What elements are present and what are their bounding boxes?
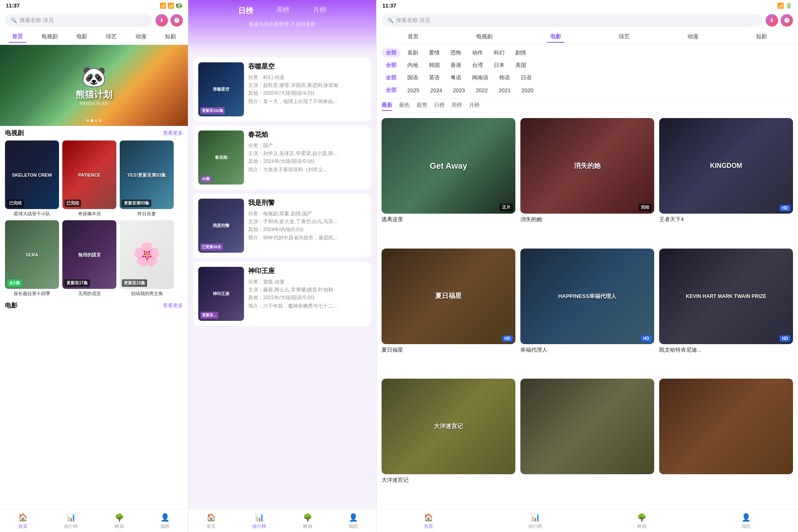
sort-tab-best[interactable]: 最赞 <box>416 100 427 111</box>
sort-tab-weekly[interactable]: 周榜 <box>451 100 462 111</box>
movies-nav-home[interactable]: 🏠 首页 <box>424 513 433 530</box>
sort-tab-daily[interactable]: 日榜 <box>434 100 445 111</box>
filter-year-2023[interactable]: 2023 <box>449 86 469 95</box>
filter-type-action[interactable]: 动作 <box>468 48 487 58</box>
rank-tab-monthly[interactable]: 月榜 <box>310 4 330 17</box>
clock-icon[interactable]: 🕐 <box>170 14 183 27</box>
show-card-6[interactable]: 🌸 更新至15集 别动我的男主角 <box>120 220 174 297</box>
movies-clock-icon[interactable]: 🕐 <box>781 14 793 27</box>
home-nav-profile[interactable]: 👤 我的 <box>160 513 170 530</box>
movie-card-1[interactable]: Get Away 正片 逃离这里 <box>382 118 515 244</box>
rank-nav-profile[interactable]: 👤 我的 <box>349 513 358 530</box>
movies-tab-anime[interactable]: 动漫 <box>684 31 702 43</box>
rank-item-1[interactable]: 吞噬星空 更新至152集 吞噬星空 分类：科幻,动漫 主演：赵乾景,谢莹,宋国庆… <box>193 57 371 121</box>
filter-type-romance[interactable]: 爱情 <box>425 48 444 58</box>
home-nav-rank[interactable]: 📊 排行榜 <box>64 513 78 530</box>
movie-card-9[interactable] <box>659 379 793 504</box>
filter-lang-japanese[interactable]: 日语 <box>517 73 536 83</box>
filter-lang-cantonese[interactable]: 粤语 <box>446 73 466 83</box>
filter-lang-minnan[interactable]: 闽南语 <box>468 73 493 83</box>
movie-card-2[interactable]: 消失的她 完结 消失的她 <box>520 118 654 244</box>
movies-tab-tv[interactable]: 电视剧 <box>473 31 496 43</box>
movie-card-8[interactable] <box>520 379 654 504</box>
tab-variety[interactable]: 综艺 <box>103 31 120 43</box>
show-card-4[interactable]: VERA 全2集 探长薇拉第十四季 <box>5 220 59 297</box>
filter-region-taiwan[interactable]: 台湾 <box>468 60 487 70</box>
movie-card-6[interactable]: KEVIN HART MARK TWAIN PRIZE HD 凯文哈特肯尼迪..… <box>659 249 793 374</box>
sort-tab-monthly[interactable]: 月榜 <box>469 100 480 111</box>
hero-banner[interactable]: 🐼 熊猫计划 PANDA PLAN <box>0 45 188 126</box>
filter-type-drama[interactable]: 剧情 <box>511 48 530 58</box>
movie-section-more[interactable]: 查看更多 <box>163 302 183 309</box>
filter-region-korea[interactable]: 韩国 <box>425 60 444 70</box>
filter-lang-korean[interactable]: 韩语 <box>495 73 514 83</box>
rank-item-2[interactable]: 春花焰 32集 春花焰 分类：国产 主演：刘学义,吴谨言,毕雯珺,赵小棠,陈..… <box>193 126 371 190</box>
movies-history-icon[interactable]: ⬇ <box>766 14 778 27</box>
filter-type-horror[interactable]: 恐怖 <box>446 48 466 58</box>
movies-nav-tree[interactable]: 🌳 树洞 <box>637 513 646 530</box>
filter-region-japan[interactable]: 日本 <box>490 60 509 70</box>
time-movies: 11:37 <box>382 2 396 9</box>
tab-home[interactable]: 首页 <box>9 31 26 43</box>
sort-tab-newest[interactable]: 最新 <box>382 100 392 111</box>
show-card-1[interactable]: SKELETON CREW 已完结 星球大战骨干小队 <box>5 140 59 217</box>
movie-card-5[interactable]: HAPPINESS幸福代理人 HD 幸福代理人 <box>520 249 654 374</box>
rank-nav-home[interactable]: 🏠 首页 <box>207 513 216 530</box>
rank-nav-rank[interactable]: 📊 排行榜 <box>252 513 266 530</box>
rank-nav-tree[interactable]: 🌳 树洞 <box>303 513 312 530</box>
tab-movie[interactable]: 电影 <box>73 31 91 43</box>
movie-card-3[interactable]: KINGDOM HD 王者天下4 <box>659 118 793 244</box>
movies-tab-variety[interactable]: 综艺 <box>616 31 633 43</box>
search-input-home[interactable]: 🔍 搜索名称 演员 <box>5 14 152 27</box>
rank-meta-2: 分类：国产 主演：刘学义,吴谨言,毕雯珺,赵小棠,陈... 其他：2024年/大… <box>248 142 366 174</box>
rank-tab-daily[interactable]: 日榜 <box>235 4 256 17</box>
filter-region-all[interactable]: 全部 <box>382 60 401 70</box>
movies-nav-profile[interactable]: 👤 我的 <box>741 513 751 530</box>
filter-year-all[interactable]: 全部 <box>382 85 401 95</box>
filter-year-2024[interactable]: 2024 <box>426 86 446 95</box>
movies-tab-movie[interactable]: 电影 <box>547 31 564 43</box>
filter-region-hk[interactable]: 香港 <box>446 60 466 70</box>
home-nav-tree[interactable]: 🌳 树洞 <box>115 513 124 530</box>
filter-lang-all[interactable]: 全部 <box>382 73 401 83</box>
search-input-movies[interactable]: 🔍 搜索名称 演员 <box>382 14 762 27</box>
movie-text-3: KINGDOM <box>710 162 742 170</box>
tab-tv[interactable]: 电视剧 <box>38 31 61 43</box>
movie-text-2: 消失的她 <box>574 162 601 170</box>
filter-year-2020[interactable]: 2020 <box>517 86 538 95</box>
rankings-panel: 11:37 📶 🔋 日榜 周榜 月榜 根据当前热度整理 不定时更新 吞噬星空 更… <box>188 0 377 532</box>
movie-card-4[interactable]: 夏日福星 HD 夏日福星 <box>382 249 515 374</box>
filter-year-2021[interactable]: 2021 <box>495 86 515 95</box>
sort-tab-hottest[interactable]: 最热 <box>399 100 410 111</box>
show-thumb-4: VERA 全2集 <box>5 220 59 289</box>
filter-lang-english[interactable]: 英语 <box>425 73 444 83</box>
dot-3 <box>95 119 97 122</box>
show-card-5[interactable]: 無用的謊言 更新至17集 无用的谎言 <box>62 220 116 297</box>
movies-nav-rank[interactable]: 📊 排行榜 <box>528 513 542 530</box>
filter-lang-mandarin[interactable]: 国语 <box>403 73 422 83</box>
filter-year-2022[interactable]: 2022 <box>472 86 492 95</box>
home-nav-home[interactable]: 🏠 首页 <box>18 513 27 530</box>
show-card-3[interactable]: YES!更新至第03集 更新至第03集 昨日良妻 <box>120 140 174 217</box>
rank-tab-weekly[interactable]: 周榜 <box>273 4 293 17</box>
rank-item-4[interactable]: 神印王座 更新至... 神印王座 分类：冒险,动漫 主演：藤新,闻么么,常菁珊,… <box>193 262 371 326</box>
filter-region-mainland[interactable]: 内地 <box>403 60 422 70</box>
home-panel: 11:37 📶 🔋 95 🔍 搜索名称 演员 ⬇ 🕐 首页 电视剧 电影 综艺 … <box>0 0 188 532</box>
movies-tab-home[interactable]: 首页 <box>404 31 422 43</box>
tv-section-title: 电视剧 <box>5 129 24 137</box>
filter-type-scifi[interactable]: 科幻 <box>490 48 509 58</box>
tab-short[interactable]: 短剧 <box>162 31 179 43</box>
movie-card-7[interactable]: 大洋迷宫记 大洋迷宫记 <box>382 379 515 504</box>
history-icon[interactable]: ⬇ <box>155 14 168 27</box>
show-card-2[interactable]: PATIENCE 已完结 奇探佩辛丝 <box>62 140 116 217</box>
filter-region-us[interactable]: 美国 <box>511 60 530 70</box>
rank-info-2: 春花焰 分类：国产 主演：刘学义,吴谨言,毕雯珺,赵小棠,陈... 其他：202… <box>248 131 366 174</box>
movies-tab-short[interactable]: 短剧 <box>753 31 770 43</box>
tv-section-more[interactable]: 查看更多 <box>163 130 183 137</box>
tab-anime[interactable]: 动漫 <box>132 31 150 43</box>
filter-year-2025[interactable]: 2025 <box>403 86 424 95</box>
rank-item-3[interactable]: 我是刑警 已更新58全 我是刑警 分类：电视剧,罪案,剧情,国产 主演：于和伟,… <box>193 194 371 258</box>
filter-type-all[interactable]: 全部 <box>382 48 401 58</box>
filter-type-comedy[interactable]: 喜剧 <box>403 48 422 58</box>
rank-nav-icon-home: 🏠 <box>207 513 216 522</box>
